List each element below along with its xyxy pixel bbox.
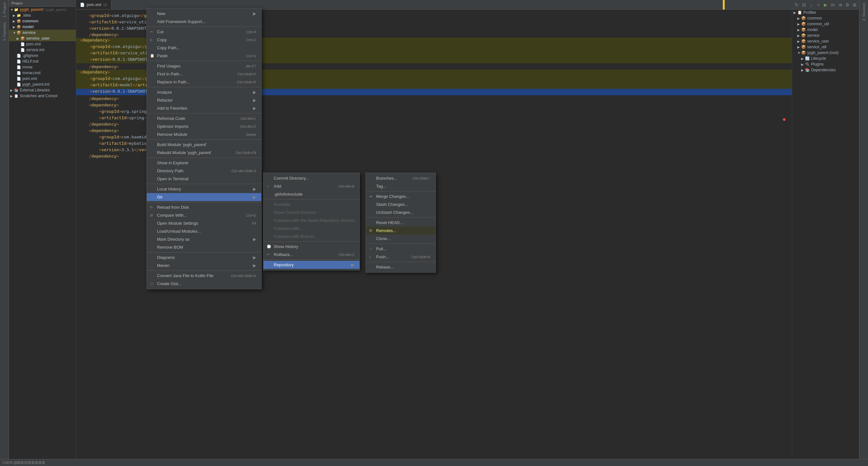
- maven-model[interactable]: ▶ 📦 model: [792, 27, 859, 33]
- maven-model-icon: 📦: [801, 28, 806, 32]
- maven-service-label: service: [807, 33, 819, 38]
- git-menu-commit[interactable]: Commit Directory...: [264, 174, 360, 182]
- menu-item-load-modules[interactable]: Load/Unload Modules...: [147, 227, 261, 235]
- chevron-right-icon: ▶: [801, 63, 805, 66]
- tree-item-scratches[interactable]: ▶ 📋 Scratches and Consol: [9, 93, 76, 99]
- repo-menu-tag[interactable]: Tag...: [366, 182, 436, 190]
- menu-item-copy-path[interactable]: Copy Path...: [147, 44, 261, 52]
- tree-item-yygh-iml[interactable]: 📄 yygh_parent.iml: [9, 81, 76, 87]
- repo-menu-pull[interactable]: ✓ Pull...: [366, 245, 436, 253]
- expand-button[interactable]: ⊞: [851, 1, 858, 8]
- menu-item-remove-bom[interactable]: Remove BOM: [147, 243, 261, 251]
- maven-dependencies[interactable]: ▶ 📚 Dependencies: [792, 67, 859, 73]
- tree-item-help-md[interactable]: 📄 HELP.md: [9, 59, 76, 64]
- tree-item-idea[interactable]: ▶ 📁 .idea: [9, 12, 76, 18]
- collapse-button[interactable]: ⊟: [801, 1, 808, 8]
- refresh-button[interactable]: ↻: [794, 1, 800, 8]
- menu-item-module-settings[interactable]: Open Module Settings F4: [147, 219, 261, 227]
- tree-item-mvnw-cmd[interactable]: 📄 mvnw.cmd: [9, 70, 76, 76]
- menu-item-build-module[interactable]: Build Module 'yygh_parent': [147, 141, 261, 148]
- menu-item-open-terminal[interactable]: Open in Terminal: [147, 175, 261, 183]
- tree-item-root[interactable]: ▼ 📁 yygh_parent F:/yygh_parent: [9, 7, 76, 12]
- add-button[interactable]: +: [815, 1, 822, 8]
- menu-item-copy[interactable]: ⎘ Copy Ctrl+C: [147, 36, 261, 44]
- git-menu-add[interactable]: + Add Ctrl+Alt+A: [264, 182, 360, 190]
- menu-item-add-favorites[interactable]: Add to Favorites ▶: [147, 104, 261, 112]
- menu-item-optimize[interactable]: Optimize Imports Ctrl+Alt+O: [147, 123, 261, 130]
- vtab-favorites[interactable]: 2: Favorites: [1, 20, 8, 43]
- maven-profiles[interactable]: ▶ 📋 Profiles: [792, 9, 859, 15]
- git-menu-exclude[interactable]: · .git/info/exclude: [264, 190, 360, 198]
- exclude-label: .git/info/exclude: [274, 192, 303, 197]
- tree-item-model[interactable]: ▶ 📦 model: [9, 24, 76, 30]
- menu-item-compare-with[interactable]: ⇄ Compare With... Ctrl+D: [147, 211, 261, 219]
- menu-item-directory-path[interactable]: Directory Path Ctrl+Alt+Shift+2: [147, 167, 261, 175]
- tree-item-gitignore[interactable]: 📄 .gitignore: [9, 53, 76, 59]
- branches-shortcut: Ctrl+Shift+`: [412, 176, 431, 180]
- menu-item-reload[interactable]: ↻ Reload from Disk: [147, 203, 261, 211]
- menu-item-convert-kotlin[interactable]: Convert Java File to Kotlin File Ctrl+Al…: [147, 272, 261, 280]
- maven-yygh-parent[interactable]: ▼ 📦 yygh_parent (root): [792, 50, 859, 56]
- menu-item-maven[interactable]: Maven ▶: [147, 261, 261, 269]
- maven-service-user[interactable]: ▶ 📦 service_user: [792, 38, 859, 44]
- settings-button[interactable]: ⚙: [844, 1, 851, 8]
- menu-item-reformat[interactable]: Reformat Code Ctrl+Alt+L: [147, 114, 261, 123]
- repo-menu-stash[interactable]: Stash Changes...: [366, 200, 436, 208]
- menu-item-analyze[interactable]: Analyze ▶: [147, 88, 261, 96]
- menu-item-find-usages[interactable]: Find Usages Alt+F7: [147, 62, 261, 70]
- tree-item-common[interactable]: ▶ 📦 common: [9, 18, 76, 24]
- maven-lifecycle[interactable]: ▶ 🔄 Lifecycle: [792, 56, 859, 61]
- refactor-label: Refactor: [157, 98, 173, 103]
- repo-menu-merge[interactable]: ⇝ Merge Changes...: [366, 192, 436, 200]
- lifecycle-label: Lifecycle: [811, 56, 826, 61]
- maven-service[interactable]: ▶ 📦 service: [792, 33, 859, 38]
- menu-item-show-explorer[interactable]: Show in Explorer: [147, 159, 261, 167]
- menu-item-framework[interactable]: Add Framework Support...: [147, 18, 261, 26]
- tree-item-ext-libs[interactable]: ▶ 📚 External Libraries: [9, 87, 76, 93]
- menu-separator-9: [147, 252, 261, 253]
- tree-item-service-iml[interactable]: 📄 service.iml: [9, 47, 76, 53]
- menu-item-replace-in-path[interactable]: Replace in Path... Ctrl+Shift+R: [147, 78, 261, 86]
- maven-common[interactable]: ▶ 📦 common: [792, 15, 859, 21]
- maven-run-button[interactable]: m: [830, 1, 836, 8]
- git-menu-history[interactable]: 🕐 Show History: [264, 242, 360, 251]
- git-menu-annotate: Annotate: [264, 200, 360, 208]
- vtab-project[interactable]: 1: Project: [1, 0, 8, 20]
- menu-item-create-gist[interactable]: ⬡ Create Gist...: [147, 280, 261, 288]
- tree-item-service-user[interactable]: ▶ 📦 service_user: [9, 35, 76, 41]
- repo-menu-unstash[interactable]: UnStash Changes...: [366, 208, 436, 217]
- menu-item-find-in-path[interactable]: Find in Path... Ctrl+Shift+F: [147, 70, 261, 78]
- menu-item-paste[interactable]: 📋 Paste Ctrl+V: [147, 52, 261, 60]
- menu-item-local-history[interactable]: Local History ▶: [147, 185, 261, 193]
- repo-menu-remotes[interactable]: ⚙ Remotes...: [366, 227, 436, 235]
- tree-item-service[interactable]: ▼ 📦 service: [9, 30, 76, 35]
- git-menu-repository[interactable]: Repository ▶: [264, 261, 360, 269]
- git-menu-rollback[interactable]: ↩ Rollback... Ctrl+Alt+Z: [264, 251, 360, 259]
- menu-item-git[interactable]: Git ▶: [147, 193, 261, 201]
- tree-item-pom-xml[interactable]: 📄 pom.xml: [9, 41, 76, 47]
- repo-menu-clone[interactable]: Clone...: [366, 235, 436, 242]
- maven-common-util[interactable]: ▶ 📦 common_util: [792, 21, 859, 27]
- repo-menu-rebase[interactable]: Rebase...: [366, 263, 436, 271]
- menu-item-rebuild-module[interactable]: Rebuild Module 'yygh_parent' Ctrl+Shift+…: [147, 148, 261, 157]
- menu-item-new[interactable]: New ▶: [147, 9, 261, 18]
- run-button[interactable]: ▶: [822, 1, 829, 8]
- menu-item-cut[interactable]: ✂ Cut Ctrl+X: [147, 28, 261, 36]
- tree-item-pom-xml-root[interactable]: 📄 pom.xml: [9, 76, 76, 81]
- repo-menu-push[interactable]: ↑ Push... Ctrl+Shift+K: [366, 253, 436, 261]
- stash-label: Stash Changes...: [376, 202, 408, 207]
- menu-item-refactor[interactable]: Refactor ▶: [147, 96, 261, 104]
- parallel-button[interactable]: ⇉: [837, 1, 843, 8]
- repo-menu-reset-head[interactable]: Reset HEAD...: [366, 219, 436, 227]
- tree-item-mvnw[interactable]: 📄 mvnw: [9, 64, 76, 70]
- profiles-icon: 📋: [797, 10, 802, 15]
- menu-item-mark-dir[interactable]: Mark Directory as ▶: [147, 235, 261, 243]
- maven-plugins[interactable]: ▶ 🔌 Plugins: [792, 61, 859, 67]
- menu-item-diagrams[interactable]: Diagrams ▶: [147, 254, 261, 261]
- maven-service-util[interactable]: ▶ 📦 service_util: [792, 44, 859, 50]
- download-button[interactable]: ↓: [808, 1, 814, 8]
- menu-item-remove-module[interactable]: Remove Module Delete: [147, 130, 261, 138]
- vtab-structure[interactable]: Z: Structure: [861, 0, 867, 23]
- local-history-label: Local History: [157, 187, 181, 192]
- repo-menu-branches[interactable]: Branches... Ctrl+Shift+`: [366, 174, 436, 182]
